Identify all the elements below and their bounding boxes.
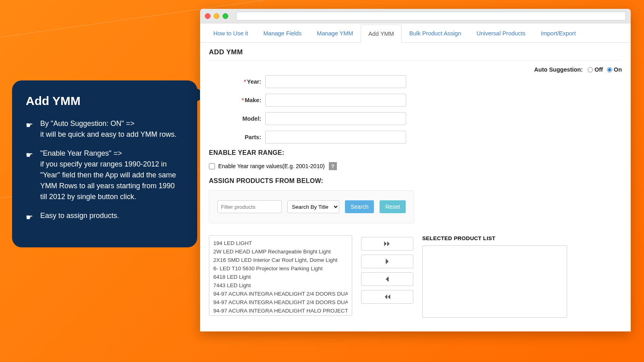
callout-bullet-text: "Enable Year Ranges" => if you specify y… [40,148,184,202]
selected-products-list[interactable] [422,245,567,318]
auto-suggestion-off-radio[interactable] [588,67,593,72]
product-list-item[interactable]: 94-97 ACURA INTEGRA HEADLIGHT HALO PROJE… [213,306,348,315]
window-maximize-icon[interactable] [223,13,228,19]
parts-input[interactable] [265,131,406,144]
chevron-right-icon [384,259,391,264]
auto-suggestion-on-radio[interactable] [607,67,612,72]
callout-bullet: ☛ By "Auto Suggestion: ON" => it will be… [26,118,184,140]
enable-year-range-checkbox[interactable] [209,163,215,169]
auto-suggestion-off-option[interactable]: Off [588,66,603,73]
tab-bulk-product-assign[interactable]: Bulk Product Assign [402,24,469,42]
transfer-arrows [361,237,413,318]
product-list-item[interactable]: 94-97 ACURA INTEGRA HEADLIGHT 2/4 DOORS … [213,290,348,298]
make-input[interactable] [265,94,406,107]
model-label: Model: [209,115,265,122]
pointing-hand-icon: ☛ [26,149,37,202]
browser-window: How to Use itManage FieldsManage YMMAdd … [200,9,631,331]
window-titlebar [200,9,631,23]
window-minimize-icon[interactable] [214,13,219,19]
assign-row: 194 LED LIGHT2W LED HEAD LAMP Rechargeab… [209,235,622,318]
available-products-list[interactable]: 194 LED LIGHT2W LED HEAD LAMP Rechargeab… [209,235,352,316]
callout-bullet-text: By "Auto Suggestion: ON" => it will be q… [40,118,184,140]
product-list-item[interactable]: 6418 LED Light [213,273,348,281]
callout-title: Add YMM [26,94,184,108]
tab-manage-ymm[interactable]: Manage YMM [309,24,361,42]
callout-bullet: ☛ Easy to assign products. [26,210,184,223]
product-list-item[interactable]: 6- LED T10 5630 Projector lens Parking L… [213,264,348,273]
tab-import-export[interactable]: Import/Export [533,24,583,42]
year-input[interactable] [265,75,406,88]
page-title: ADD YMM [209,48,622,61]
enable-year-range-label: Enable Year range values(E.g. 2001-2010) [218,163,325,169]
year-label: *Year: [209,78,265,85]
tab-how-to-use-it[interactable]: How to Use it [206,24,256,42]
auto-suggestion-row: Auto Suggestion: Off On [209,66,622,73]
tab-add-ymm[interactable]: Add YMM [361,25,401,43]
auto-suggestion-on-option[interactable]: On [607,66,622,73]
double-chevron-left-icon [384,294,391,300]
filter-box: Search By Title Search Reset [209,190,414,223]
tab-manage-fields[interactable]: Manage Fields [256,24,309,42]
tab-bar: How to Use itManage FieldsManage YMMAdd … [200,23,631,43]
product-list-item[interactable]: 194 LED LIGHT [213,239,348,247]
filter-products-input[interactable] [217,200,282,213]
enable-year-range-title: ENABLE YEAR RANGE: [209,149,622,156]
help-icon[interactable]: ? [329,162,337,170]
selected-products-title: SELECTED PRODUCT LIST [422,235,622,241]
tab-universal-products[interactable]: Universal Products [469,24,533,42]
reset-button[interactable]: Reset [380,200,406,213]
auto-suggestion-on-text: On [614,66,622,73]
callout-bullet: ☛ "Enable Year Ranges" => if you specify… [26,148,184,202]
parts-label: Parts: [209,134,265,140]
make-label: *Make: [209,97,265,103]
move-left-button[interactable] [361,272,413,286]
product-list-item[interactable]: 2X16 SMD LED Interior Car Roof Light, Do… [213,256,348,264]
auto-suggestion-label: Auto Suggestion: [534,66,583,73]
move-all-left-button[interactable] [361,290,413,304]
search-by-select[interactable]: Search By Title [287,200,339,213]
product-list-item[interactable]: 94-97 ACURA INTEGRA HEADLIGHT 2/4 DOORS … [213,298,348,306]
url-bar[interactable] [236,12,626,21]
window-close-icon[interactable] [205,13,211,19]
double-chevron-right-icon [384,241,391,247]
move-all-right-button[interactable] [361,237,413,251]
callout-bullet-text: Easy to assign products. [40,210,184,223]
product-list-item[interactable]: 2W LED HEAD LAMP Rechargeable Bright Lig… [213,247,348,256]
move-right-button[interactable] [361,255,413,268]
search-button[interactable]: Search [345,200,374,213]
ymm-form: *Year: *Make: Model: Parts: [209,75,622,144]
auto-suggestion-off-text: Off [594,66,603,73]
assign-products-title: ASSIGN PRODUCTS FROM BELOW: [209,177,622,185]
pointing-hand-icon: ☛ [26,211,37,223]
chevron-left-icon [384,276,391,282]
pointing-hand-icon: ☛ [26,119,37,140]
callout-panel: Add YMM ☛ By "Auto Suggestion: ON" => it… [12,80,197,247]
model-input[interactable] [265,112,406,125]
product-list-item[interactable]: 7443 LED Light [213,281,348,290]
